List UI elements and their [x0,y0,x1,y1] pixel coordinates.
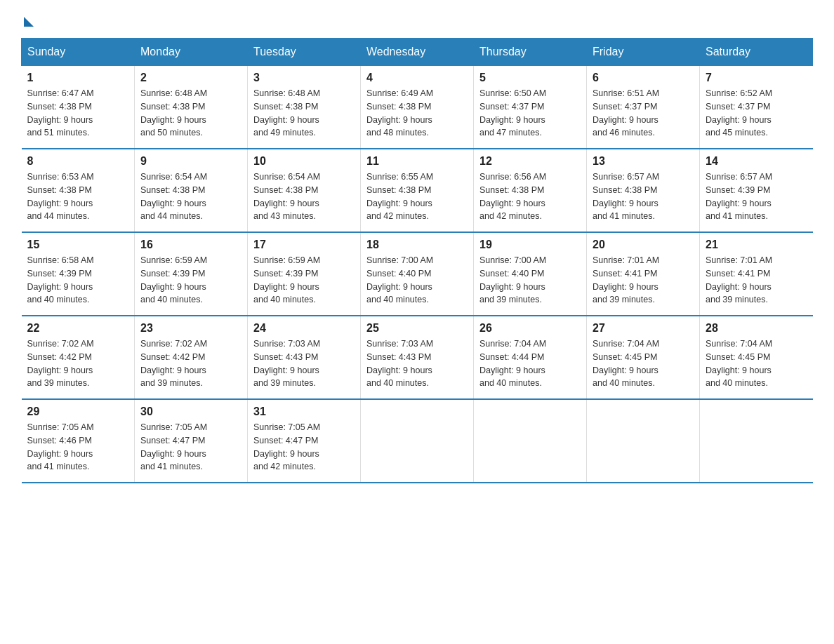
calendar-table: SundayMondayTuesdayWednesdayThursdayFrid… [21,38,813,483]
day-info: Sunrise: 6:48 AM Sunset: 4:38 PM Dayligh… [253,87,355,140]
day-info: Sunrise: 7:01 AM Sunset: 4:41 PM Dayligh… [706,254,807,307]
calendar-cell: 14 Sunrise: 6:57 AM Sunset: 4:39 PM Dayl… [700,149,813,232]
column-header-tuesday: Tuesday [248,39,361,66]
day-number: 29 [27,405,129,418]
day-number: 4 [366,72,468,84]
calendar-cell [361,399,474,483]
week-row-1: 1 Sunrise: 6:47 AM Sunset: 4:38 PM Dayli… [22,66,813,149]
day-number: 13 [593,155,694,168]
page-header [21,14,813,24]
day-number: 5 [479,72,581,84]
day-info: Sunrise: 6:53 AM Sunset: 4:38 PM Dayligh… [27,170,129,223]
day-number: 11 [366,155,468,168]
calendar-cell: 13 Sunrise: 6:57 AM Sunset: 4:38 PM Dayl… [587,149,700,232]
column-header-saturday: Saturday [700,39,813,66]
day-number: 1 [27,72,129,84]
calendar-header-row: SundayMondayTuesdayWednesdayThursdayFrid… [22,39,813,66]
day-number: 8 [27,155,129,168]
day-number: 9 [140,155,241,168]
day-info: Sunrise: 7:04 AM Sunset: 4:45 PM Dayligh… [706,337,807,390]
column-header-thursday: Thursday [474,39,587,66]
calendar-cell: 26 Sunrise: 7:04 AM Sunset: 4:44 PM Dayl… [474,316,587,399]
day-number: 25 [366,322,468,335]
day-info: Sunrise: 7:03 AM Sunset: 4:43 PM Dayligh… [253,337,355,390]
day-number: 28 [706,322,807,335]
calendar-cell: 29 Sunrise: 7:05 AM Sunset: 4:46 PM Dayl… [22,399,135,483]
calendar-cell: 23 Sunrise: 7:02 AM Sunset: 4:42 PM Dayl… [135,316,248,399]
day-info: Sunrise: 6:59 AM Sunset: 4:39 PM Dayligh… [253,254,355,307]
day-info: Sunrise: 6:49 AM Sunset: 4:38 PM Dayligh… [366,87,468,140]
day-info: Sunrise: 6:57 AM Sunset: 4:38 PM Dayligh… [593,170,694,223]
day-number: 22 [27,322,129,335]
calendar-cell: 22 Sunrise: 7:02 AM Sunset: 4:42 PM Dayl… [22,316,135,399]
day-info: Sunrise: 6:51 AM Sunset: 4:37 PM Dayligh… [593,87,694,140]
day-info: Sunrise: 6:59 AM Sunset: 4:39 PM Dayligh… [140,254,241,307]
week-row-4: 22 Sunrise: 7:02 AM Sunset: 4:42 PM Dayl… [22,316,813,399]
day-info: Sunrise: 7:04 AM Sunset: 4:45 PM Dayligh… [593,337,694,390]
day-info: Sunrise: 7:02 AM Sunset: 4:42 PM Dayligh… [140,337,241,390]
calendar-cell: 21 Sunrise: 7:01 AM Sunset: 4:41 PM Dayl… [700,232,813,316]
calendar-cell [474,399,587,483]
calendar-cell: 20 Sunrise: 7:01 AM Sunset: 4:41 PM Dayl… [587,232,700,316]
calendar-cell [587,399,700,483]
day-info: Sunrise: 7:00 AM Sunset: 4:40 PM Dayligh… [366,254,468,307]
calendar-cell: 4 Sunrise: 6:49 AM Sunset: 4:38 PM Dayli… [361,66,474,149]
day-number: 15 [27,239,129,251]
day-number: 16 [140,239,241,251]
logo-arrow-icon [24,17,34,27]
day-number: 24 [253,322,355,335]
day-info: Sunrise: 7:02 AM Sunset: 4:42 PM Dayligh… [27,337,129,390]
day-number: 12 [479,155,581,168]
column-header-sunday: Sunday [22,39,135,66]
column-header-monday: Monday [135,39,248,66]
day-info: Sunrise: 7:05 AM Sunset: 4:46 PM Dayligh… [27,421,129,474]
calendar-cell [700,399,813,483]
calendar-cell: 5 Sunrise: 6:50 AM Sunset: 4:37 PM Dayli… [474,66,587,149]
calendar-cell: 19 Sunrise: 7:00 AM Sunset: 4:40 PM Dayl… [474,232,587,316]
day-number: 26 [479,322,581,335]
day-info: Sunrise: 6:50 AM Sunset: 4:37 PM Dayligh… [479,87,581,140]
calendar-cell: 11 Sunrise: 6:55 AM Sunset: 4:38 PM Dayl… [361,149,474,232]
calendar-cell: 27 Sunrise: 7:04 AM Sunset: 4:45 PM Dayl… [587,316,700,399]
day-info: Sunrise: 6:56 AM Sunset: 4:38 PM Dayligh… [479,170,581,223]
calendar-cell: 25 Sunrise: 7:03 AM Sunset: 4:43 PM Dayl… [361,316,474,399]
week-row-2: 8 Sunrise: 6:53 AM Sunset: 4:38 PM Dayli… [22,149,813,232]
calendar-cell: 1 Sunrise: 6:47 AM Sunset: 4:38 PM Dayli… [22,66,135,149]
calendar-cell: 2 Sunrise: 6:48 AM Sunset: 4:38 PM Dayli… [135,66,248,149]
column-header-wednesday: Wednesday [361,39,474,66]
day-info: Sunrise: 7:01 AM Sunset: 4:41 PM Dayligh… [593,254,694,307]
day-number: 10 [253,155,355,168]
calendar-cell: 6 Sunrise: 6:51 AM Sunset: 4:37 PM Dayli… [587,66,700,149]
day-info: Sunrise: 7:04 AM Sunset: 4:44 PM Dayligh… [479,337,581,390]
day-number: 14 [706,155,807,168]
calendar-cell: 7 Sunrise: 6:52 AM Sunset: 4:37 PM Dayli… [700,66,813,149]
day-number: 2 [140,72,241,84]
day-number: 19 [479,239,581,251]
day-info: Sunrise: 6:58 AM Sunset: 4:39 PM Dayligh… [27,254,129,307]
calendar-cell: 12 Sunrise: 6:56 AM Sunset: 4:38 PM Dayl… [474,149,587,232]
calendar-cell: 16 Sunrise: 6:59 AM Sunset: 4:39 PM Dayl… [135,232,248,316]
calendar-cell: 10 Sunrise: 6:54 AM Sunset: 4:38 PM Dayl… [248,149,361,232]
day-info: Sunrise: 6:57 AM Sunset: 4:39 PM Dayligh… [706,170,807,223]
logo-general [21,14,34,27]
day-info: Sunrise: 6:55 AM Sunset: 4:38 PM Dayligh… [366,170,468,223]
day-number: 6 [593,72,694,84]
calendar-cell: 18 Sunrise: 7:00 AM Sunset: 4:40 PM Dayl… [361,232,474,316]
day-number: 21 [706,239,807,251]
logo [21,14,34,24]
day-info: Sunrise: 6:54 AM Sunset: 4:38 PM Dayligh… [140,170,241,223]
day-info: Sunrise: 6:52 AM Sunset: 4:37 PM Dayligh… [706,87,807,140]
week-row-5: 29 Sunrise: 7:05 AM Sunset: 4:46 PM Dayl… [22,399,813,483]
day-info: Sunrise: 6:47 AM Sunset: 4:38 PM Dayligh… [27,87,129,140]
day-number: 20 [593,239,694,251]
calendar-cell: 3 Sunrise: 6:48 AM Sunset: 4:38 PM Dayli… [248,66,361,149]
day-info: Sunrise: 7:05 AM Sunset: 4:47 PM Dayligh… [140,421,241,474]
calendar-cell: 31 Sunrise: 7:05 AM Sunset: 4:47 PM Dayl… [248,399,361,483]
day-number: 31 [253,405,355,418]
day-number: 23 [140,322,241,335]
day-info: Sunrise: 6:48 AM Sunset: 4:38 PM Dayligh… [140,87,241,140]
day-info: Sunrise: 7:05 AM Sunset: 4:47 PM Dayligh… [253,421,355,474]
calendar-cell: 24 Sunrise: 7:03 AM Sunset: 4:43 PM Dayl… [248,316,361,399]
calendar-cell: 8 Sunrise: 6:53 AM Sunset: 4:38 PM Dayli… [22,149,135,232]
week-row-3: 15 Sunrise: 6:58 AM Sunset: 4:39 PM Dayl… [22,232,813,316]
